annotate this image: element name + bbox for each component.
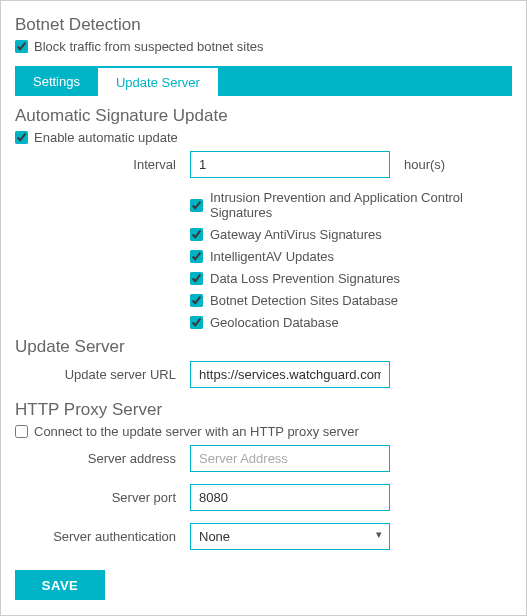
proxy-port-label: Server port <box>15 490 190 505</box>
interval-label: Interval <box>15 157 190 172</box>
proxy-connect-checkbox[interactable] <box>15 425 28 438</box>
sig-gav-checkbox[interactable] <box>190 228 203 241</box>
save-button[interactable]: SAVE <box>15 570 105 600</box>
auto-sig-title: Automatic Signature Update <box>15 106 512 126</box>
interval-unit: hour(s) <box>404 157 445 172</box>
sig-geo-checkbox[interactable] <box>190 316 203 329</box>
botnet-block-checkbox[interactable] <box>15 40 28 53</box>
sig-botnet-checkbox[interactable] <box>190 294 203 307</box>
sig-label: Gateway AntiVirus Signatures <box>210 227 382 242</box>
signature-list: Intrusion Prevention and Application Con… <box>190 190 512 330</box>
sig-iav-checkbox[interactable] <box>190 250 203 263</box>
tab-update-server[interactable]: Update Server <box>98 66 218 96</box>
sig-label: IntelligentAV Updates <box>210 249 334 264</box>
proxy-address-label: Server address <box>15 451 190 466</box>
sig-label: Data Loss Prevention Signatures <box>210 271 400 286</box>
interval-input[interactable] <box>190 151 390 178</box>
proxy-connect-label: Connect to the update server with an HTT… <box>34 424 359 439</box>
proxy-auth-dropdown[interactable]: None <box>190 523 390 550</box>
update-server-title: Update Server <box>15 337 512 357</box>
proxy-auth-label: Server authentication <box>15 529 190 544</box>
enable-auto-update-label: Enable automatic update <box>34 130 178 145</box>
proxy-port-input[interactable] <box>190 484 390 511</box>
proxy-title: HTTP Proxy Server <box>15 400 512 420</box>
botnet-block-label: Block traffic from suspected botnet site… <box>34 39 264 54</box>
enable-auto-update-checkbox[interactable] <box>15 131 28 144</box>
proxy-auth-select[interactable]: None <box>190 523 390 550</box>
botnet-title: Botnet Detection <box>15 15 512 35</box>
tab-settings[interactable]: Settings <box>15 66 98 96</box>
sig-dlp-checkbox[interactable] <box>190 272 203 285</box>
proxy-address-input[interactable] <box>190 445 390 472</box>
sig-label: Botnet Detection Sites Database <box>210 293 398 308</box>
tab-bar: Settings Update Server <box>15 66 512 96</box>
sig-label: Geolocation Database <box>210 315 339 330</box>
sig-label: Intrusion Prevention and Application Con… <box>210 190 512 220</box>
sig-ips-checkbox[interactable] <box>190 199 203 212</box>
update-url-label: Update server URL <box>15 367 190 382</box>
update-url-input[interactable] <box>190 361 390 388</box>
